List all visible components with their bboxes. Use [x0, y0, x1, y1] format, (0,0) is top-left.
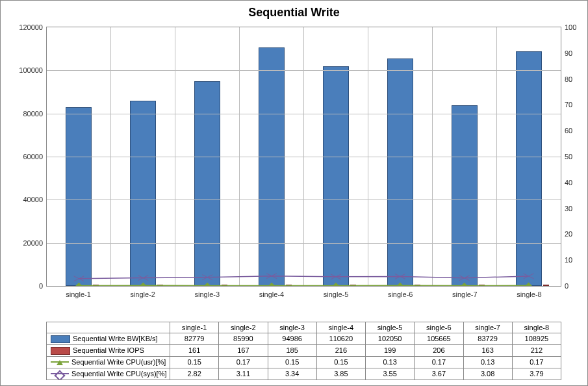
- table-cell: 161: [170, 344, 219, 356]
- x-category-label: single-3: [175, 288, 239, 301]
- y-left-tick: 80000: [23, 110, 43, 118]
- table-cell: 3.08: [463, 368, 512, 380]
- bar-bw: [130, 101, 155, 286]
- legend-swatch: [51, 347, 70, 355]
- bar-iops: [93, 285, 99, 286]
- bar-iops: [415, 285, 421, 286]
- series-label: Sequential Write CPU(usr)[%]: [71, 358, 166, 366]
- y-left-tick: 60000: [23, 153, 43, 161]
- bar-iops: [479, 285, 485, 286]
- y-right-tick: 40: [565, 179, 572, 187]
- table-cell: 102050: [366, 333, 415, 344]
- x-category-label: single-5: [304, 288, 368, 301]
- y-left-tick: 120000: [19, 23, 43, 31]
- table-cell: 85990: [219, 333, 268, 344]
- table-cell: 199: [366, 344, 415, 356]
- series-label: Sequential Write CPU(sys)[%]: [71, 370, 167, 378]
- table-category-header: single-1: [170, 322, 219, 333]
- bar-iops: [222, 285, 228, 286]
- y-right-tick: 20: [565, 230, 572, 238]
- table-cell: 0.13: [463, 356, 512, 368]
- table-cell: 83729: [463, 333, 512, 344]
- y-left-tick: 40000: [23, 196, 43, 203]
- table-cell: 0.15: [268, 356, 316, 368]
- table-cell: 110620: [316, 333, 365, 344]
- table-cell: 94986: [268, 333, 316, 344]
- y-right-tick: 100: [565, 23, 576, 31]
- chart-container: Sequential Write 02000040000600008000010…: [0, 0, 588, 386]
- table-row: Sequential Write BW[KB/s]827798599094986…: [47, 333, 561, 344]
- x-category-label: single-7: [433, 288, 497, 301]
- bar-bw: [259, 47, 284, 286]
- bar-iops: [286, 285, 292, 286]
- y-right-tick: 0: [565, 282, 569, 290]
- bar-bw: [194, 81, 220, 286]
- table-category-header: single-8: [512, 322, 561, 333]
- table-category-header: single-2: [219, 322, 268, 333]
- y-left-tick: 100000: [19, 66, 43, 74]
- x-category-label: single-4: [239, 288, 303, 301]
- table-cell: 108925: [512, 333, 561, 344]
- table-cell: 167: [219, 344, 268, 356]
- table-cell: 105665: [415, 333, 463, 344]
- table-cell: 212: [512, 344, 561, 356]
- plot-area: 0200004000060000800001000001200000102030…: [46, 27, 561, 301]
- table-category-header: single-4: [316, 322, 365, 333]
- table-cell: 3.55: [366, 368, 415, 380]
- y-right-tick: 80: [565, 75, 572, 83]
- table-cell: 3.79: [512, 368, 561, 380]
- table-cell: 206: [415, 344, 463, 356]
- chart-title: Sequential Write: [1, 1, 587, 22]
- bar-bw: [452, 105, 477, 286]
- y-right-tick: 50: [565, 153, 572, 161]
- table-category-header: single-6: [415, 322, 463, 333]
- legend-swatch: [51, 361, 69, 368]
- table-cell: 3.34: [268, 368, 316, 380]
- bar-bw: [516, 51, 541, 286]
- legend-swatch: [51, 373, 69, 380]
- table-cell: 163: [463, 344, 512, 356]
- table-cell: 0.15: [170, 356, 219, 368]
- bar-bw: [323, 66, 348, 286]
- table-cell: 216: [316, 344, 365, 356]
- y-right-tick: 30: [565, 205, 572, 212]
- y-left-tick: 0: [39, 282, 43, 290]
- table-category-header: single-3: [268, 322, 316, 333]
- bar-iops: [157, 285, 164, 286]
- table-row: Sequential Write CPU(sys)[%]2.823.113.34…: [47, 368, 561, 380]
- y-right-tick: 70: [565, 101, 572, 109]
- table-cell: 82779: [170, 333, 219, 344]
- table-row: Sequential Write CPU(usr)[%]0.150.170.15…: [47, 356, 561, 368]
- table-row: Sequential Write IOPS1611671852161992061…: [47, 344, 561, 356]
- table-cell: 3.85: [316, 368, 365, 380]
- y-right-tick: 10: [565, 256, 572, 264]
- table-cell: 0.17: [219, 356, 268, 368]
- table-cell: 0.13: [366, 356, 415, 368]
- table-category-header: single-5: [366, 322, 415, 333]
- data-table: single-1single-2single-3single-4single-5…: [46, 322, 561, 380]
- x-category-label: single-2: [110, 288, 175, 301]
- series-label: Sequential Write BW[KB/s]: [73, 335, 158, 342]
- bar-bw: [387, 58, 413, 286]
- y-left-tick: 20000: [23, 239, 43, 247]
- table-cell: 185: [268, 344, 316, 356]
- table-cell: 3.67: [415, 368, 463, 380]
- series-label: Sequential Write IOPS: [73, 346, 144, 354]
- x-category-label: single-6: [368, 288, 433, 301]
- x-category-label: single-1: [46, 288, 110, 301]
- bar-iops: [350, 285, 357, 286]
- table-cell: 0.17: [415, 356, 463, 368]
- x-category-label: single-8: [497, 288, 561, 301]
- bar-bw: [66, 107, 91, 286]
- y-right-tick: 90: [565, 49, 572, 57]
- table-cell: 0.15: [316, 356, 365, 368]
- table-cell: 3.11: [219, 368, 268, 380]
- y-right-tick: 60: [565, 127, 572, 135]
- table-cell: 2.82: [170, 368, 219, 380]
- bar-iops: [543, 285, 550, 286]
- table-cell: 0.17: [512, 356, 561, 368]
- legend-swatch: [51, 335, 70, 343]
- table-category-header: single-7: [463, 322, 512, 333]
